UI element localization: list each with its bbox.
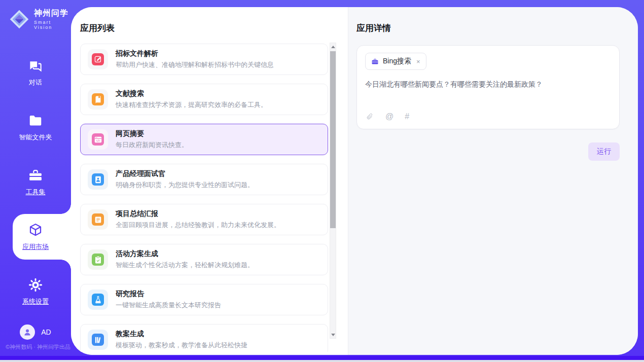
sidebar-item-system-settings[interactable]: 系统设置 (0, 264, 71, 319)
remove-tag-icon[interactable]: × (416, 58, 420, 65)
sidebar-item-label: 应用市场 (22, 242, 49, 251)
attachment-icon[interactable] (366, 113, 374, 121)
app-list-panel: 应用列表 招标文件解析 帮助用户快速、准确地理解和解析招标书中的关键信息 文献搜… (71, 7, 348, 355)
prompt-text[interactable]: 今日湖北有哪些新闻要点？有哪些需要关注的最新政策？ (365, 80, 611, 89)
app-item-description: 明确身份和职责，为您提供专业性的面试问题。 (116, 180, 254, 190)
pen-icon-wrap (88, 49, 108, 69)
app-item-description: 帮助用户快速、准确地理解和解析招标书中的关键信息 (116, 60, 274, 69)
folder-icon (28, 113, 43, 128)
avatar-icon (23, 328, 32, 337)
interview-icon-wrap (88, 169, 108, 190)
app-item-project-summary[interactable]: 项目总结汇报 全面回顾项目进展，总结经验教训，助力未来优化发展。 (80, 204, 328, 235)
chat-icon (28, 58, 43, 74)
interview-icon (92, 173, 104, 186)
scroll-down-icon (331, 334, 335, 336)
toolbox-icon (28, 168, 43, 183)
run-button[interactable]: 运行 (588, 142, 620, 161)
app-item-description: 快速精准查找学术资源，提高研究效率的必备工具。 (116, 100, 267, 110)
hash-icon[interactable]: # (405, 113, 409, 121)
sidebar-item-label: 智能文件夹 (19, 133, 52, 142)
app-item-title: 招标文件解析 (116, 49, 274, 58)
sidebar-item-label: 系统设置 (22, 297, 49, 306)
flask-icon (92, 294, 104, 306)
tool-tag-label: Bing搜索 (383, 57, 411, 66)
clipboard-check-icon (92, 254, 104, 266)
sidebar-item-toolset[interactable]: 工具集 (0, 155, 71, 209)
content-card: 应用列表 招标文件解析 帮助用户快速、准确地理解和解析招标书中的关键信息 文献搜… (71, 7, 638, 355)
flask-icon-wrap (88, 289, 108, 310)
scroll-up-icon (331, 46, 335, 48)
scroll-down-button[interactable] (330, 331, 336, 338)
books-icon-wrap (88, 330, 108, 350)
app-item-description: 全面回顾项目进展，总结经验教训，助力未来优化发展。 (116, 221, 280, 230)
mention-icon[interactable]: @ (385, 113, 393, 121)
app-item-activity-plan[interactable]: 活动方案生成 智能生成个性化活动方案，轻松解决规划难题。 (80, 244, 328, 275)
prompt-card[interactable]: Bing搜索 × 今日湖北有哪些新闻要点？有哪些需要关注的最新政策？ @ # (356, 45, 620, 129)
browser-icon-wrap (88, 129, 108, 150)
app-item-title: 活动方案生成 (116, 249, 254, 259)
pen-icon (92, 53, 104, 65)
app-item-description: 每日政府新闻资讯快查。 (116, 140, 188, 150)
app-detail-panel: 应用详情 Bing搜索 × 今日湖北有哪些新闻要点？有哪些需要关注的最新政策？ … (348, 7, 638, 355)
app-item-title: 教案生成 (116, 330, 247, 339)
browser-icon (92, 133, 104, 146)
app-item-title: 产品经理面试官 (116, 169, 254, 178)
book-icon-wrap (88, 89, 108, 110)
sidebar-item-app-market[interactable]: 应用市场 (0, 209, 71, 264)
app-item-title: 网页摘要 (116, 129, 188, 138)
app-list-title: 应用列表 (80, 22, 115, 34)
books-icon (92, 334, 104, 346)
brand-logo-icon (9, 9, 29, 29)
app-item-pm-interviewer[interactable]: 产品经理面试官 明确身份和职责，为您提供专业性的面试问题。 (80, 164, 328, 195)
copyright-text: ©神州数码 · 神州问学出品 (0, 343, 76, 351)
app-detail-title: 应用详情 (356, 22, 620, 34)
app-item-research-report[interactable]: 研究报告 一键智能生成高质量长文本研究报告 (80, 284, 328, 315)
briefcase-icon (371, 58, 379, 65)
brand-logo: 神州问学 Smart Vision (0, 0, 71, 30)
sidebar-item-label: 工具集 (26, 188, 46, 197)
bottom-accent-strip (0, 356, 644, 360)
gear-icon (28, 277, 43, 293)
app-item-web-summary[interactable]: 网页摘要 每日政府新闻资讯快查。 (80, 124, 328, 155)
avatar[interactable] (20, 324, 35, 340)
brand-name: 神州问学 (34, 8, 71, 19)
app-item-title: 项目总结汇报 (116, 209, 280, 219)
app-item-description: 一键智能生成高质量长文本研究报告 (116, 301, 221, 310)
cube-icon (28, 223, 43, 238)
scrollbar-thumb[interactable] (330, 51, 336, 228)
app-item-bid-document-parse[interactable]: 招标文件解析 帮助用户快速、准确地理解和解析招标书中的关键信息 (80, 44, 328, 75)
app-item-description: 智能生成个性化活动方案，轻松解决规划难题。 (116, 261, 254, 270)
user-account[interactable]: AD (0, 324, 71, 340)
user-initials: AD (41, 328, 51, 336)
list-scrollbar[interactable] (330, 43, 336, 339)
note-icon (92, 213, 104, 226)
brand-subtitle: Smart Vision (34, 20, 71, 30)
bottom-edge-strip (0, 360, 644, 362)
sidebar-item-chat[interactable]: 对话 (0, 45, 71, 100)
note-icon-wrap (88, 209, 108, 230)
scroll-up-button[interactable] (330, 43, 336, 50)
app-item-description: 模板驱动，教案秒成，教学准备从此轻松快捷 (116, 341, 247, 350)
sidebar-nav: 对话 智能文件夹 工具集 应用市场 系统设置 (0, 45, 71, 319)
book-icon (92, 93, 104, 105)
tool-tag-bing-search[interactable]: Bing搜索 × (365, 53, 426, 70)
app-list: 招标文件解析 帮助用户快速、准确地理解和解析招标书中的关键信息 文献搜索 快速精… (80, 44, 328, 352)
sidebar-item-label: 对话 (29, 78, 42, 87)
clipboard-check-icon-wrap (88, 249, 108, 270)
app-item-lesson-plan[interactable]: 教案生成 模板驱动，教案秒成，教学准备从此轻松快捷 (80, 324, 328, 352)
sidebar-item-smart-folders[interactable]: 智能文件夹 (0, 100, 71, 155)
app-item-title: 研究报告 (116, 289, 221, 299)
sidebar: 神州问学 Smart Vision 对话 智能文件夹 工具集 应用市场 系统设置… (0, 0, 71, 358)
app-item-title: 文献搜索 (116, 89, 267, 98)
app-item-literature-search[interactable]: 文献搜索 快速精准查找学术资源，提高研究效率的必备工具。 (80, 84, 328, 115)
